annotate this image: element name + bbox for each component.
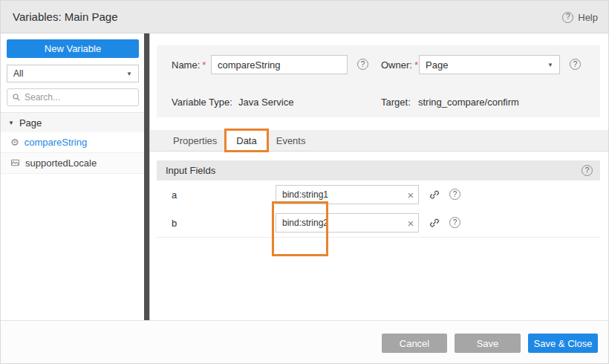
target-value: string_compare/confirm <box>418 97 519 108</box>
tree-item-comparestring[interactable]: ⚙ compareString <box>1 132 145 153</box>
help-button[interactable]: ? Help <box>562 1 598 33</box>
tree-expand-icon: ▼ <box>8 120 14 126</box>
input-fields-rows: a × ? b <box>157 181 600 238</box>
required-marker: * <box>414 59 418 71</box>
footer: Cancel Save Save & Close <box>1 320 609 364</box>
owner-dropdown[interactable]: Page ▼ <box>419 55 560 74</box>
variable-type-label: Variable Type: <box>172 97 232 108</box>
bind-value-input[interactable] <box>276 189 403 200</box>
screen-icon <box>10 158 20 168</box>
tab-events[interactable]: Events <box>267 130 316 151</box>
owner-label: Owner:* <box>381 59 418 71</box>
page-title: Variables: Main Page <box>13 1 117 33</box>
input-field-row-a: a × ? <box>157 181 600 209</box>
input-fields-title: Input Fields <box>166 165 215 176</box>
chevron-down-icon: ▼ <box>547 62 553 68</box>
variable-form: Name:* ? Owner:* Page ▼ ? Variable Type:… <box>157 45 600 117</box>
help-icon: ? <box>562 12 573 23</box>
input-field-row-b: b × ? <box>157 209 600 237</box>
sidebar: New Variable All ▼ ▼ Page ⚙ compareStrin… <box>1 33 150 320</box>
clear-icon[interactable]: × <box>403 218 418 229</box>
required-marker: * <box>202 59 206 71</box>
clear-icon[interactable]: × <box>403 189 418 201</box>
field-label: a <box>172 189 177 201</box>
bind-value-input[interactable] <box>276 218 403 228</box>
bind-input-a: × <box>276 185 419 204</box>
field-label: b <box>172 218 177 229</box>
cancel-button[interactable]: Cancel <box>382 334 447 353</box>
tab-data[interactable]: Data <box>227 130 266 151</box>
name-input[interactable] <box>211 55 348 74</box>
owner-selected-value: Page <box>426 59 448 71</box>
gear-icon: ⚙ <box>10 137 19 147</box>
search-input[interactable] <box>25 92 134 103</box>
tree-group-label: Page <box>19 117 42 129</box>
owner-help-icon[interactable]: ? <box>570 59 581 70</box>
tree-group-page[interactable]: ▼ Page <box>1 112 145 132</box>
search-box <box>7 88 139 106</box>
header: Variables: Main Page ? Help <box>1 1 609 33</box>
name-label: Name:* <box>172 59 206 71</box>
bind-input-b: × <box>276 213 419 233</box>
variables-dialog: Variables: Main Page ? Help New Variable… <box>0 0 609 364</box>
new-variable-button[interactable]: New Variable <box>7 39 139 58</box>
owner-label-text: Owner: <box>381 59 412 71</box>
footer-buttons: Cancel Save Save & Close <box>382 334 598 353</box>
variable-filter-dropdown[interactable]: All ▼ <box>7 65 139 82</box>
tree-item-supportedlocale[interactable]: supportedLocale <box>1 153 145 174</box>
name-label-text: Name: <box>172 59 200 71</box>
tab-bar: Properties Data Events <box>150 130 609 152</box>
variable-type-value: Java Service <box>238 97 293 108</box>
chevron-down-icon: ▼ <box>126 71 132 77</box>
filter-selected-value: All <box>13 68 23 79</box>
main-panel: Name:* ? Owner:* Page ▼ ? Variable Type:… <box>150 33 609 320</box>
tree-item-label: supportedLocale <box>25 157 97 169</box>
input-fields-panel: Input Fields ? a × <box>157 160 600 238</box>
target-label: Target: <box>381 97 411 108</box>
tab-properties[interactable]: Properties <box>163 130 227 151</box>
field-help-icon[interactable]: ? <box>449 189 460 200</box>
tree-item-label: compareString <box>25 137 88 148</box>
sidebar-scrollbar[interactable] <box>144 33 149 320</box>
link-icon[interactable] <box>429 217 440 229</box>
save-button[interactable]: Save <box>455 334 521 353</box>
input-fields-help-icon[interactable]: ? <box>582 165 593 176</box>
help-label: Help <box>578 12 598 23</box>
input-fields-header: Input Fields ? <box>157 160 600 181</box>
field-help-icon[interactable]: ? <box>449 217 460 228</box>
save-and-close-button[interactable]: Save & Close <box>528 334 598 353</box>
name-help-icon[interactable]: ? <box>357 59 368 70</box>
link-icon[interactable] <box>429 189 440 201</box>
search-icon <box>12 93 21 102</box>
tab-data-label: Data <box>236 135 256 146</box>
